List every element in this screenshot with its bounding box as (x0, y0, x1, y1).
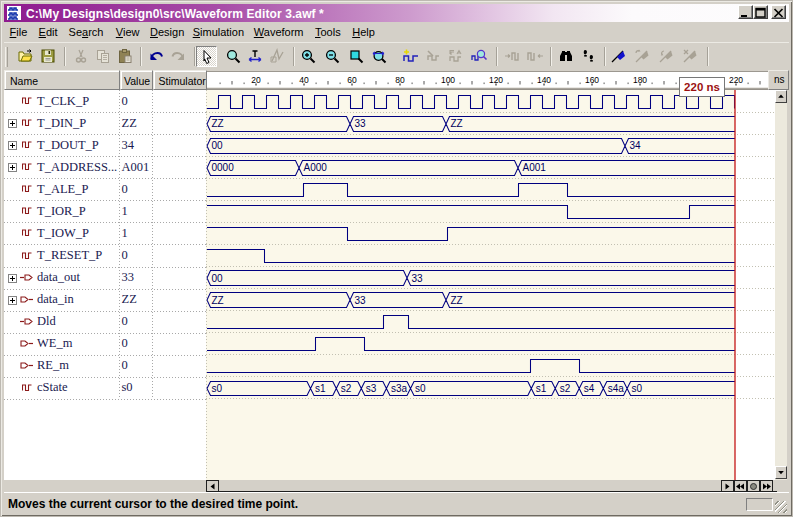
svg-text:ZZ: ZZ (212, 118, 224, 129)
svg-text:60: 60 (347, 75, 357, 85)
svg-text:ZZ: ZZ (451, 295, 463, 306)
svg-text:s1: s1 (315, 383, 326, 394)
svg-text:A000: A000 (304, 162, 328, 173)
svg-text:220: 220 (729, 75, 743, 85)
svg-text:ZZ: ZZ (451, 118, 463, 129)
svg-text:0000: 0000 (212, 162, 235, 173)
svg-text:160: 160 (585, 75, 599, 85)
svg-text:34: 34 (630, 140, 642, 151)
svg-text:s0: s0 (415, 383, 426, 394)
svg-text:A001: A001 (523, 162, 547, 173)
svg-text:s3: s3 (366, 383, 377, 394)
svg-text:s3a: s3a (391, 383, 408, 394)
svg-text:s2: s2 (560, 383, 571, 394)
svg-text:33: 33 (355, 118, 367, 129)
svg-text:80: 80 (395, 75, 405, 85)
svg-text:180: 180 (633, 75, 647, 85)
svg-text:20: 20 (251, 75, 261, 85)
svg-text:ZZ: ZZ (212, 295, 224, 306)
svg-text:s4: s4 (584, 383, 595, 394)
svg-text:33: 33 (412, 273, 424, 284)
svg-text:140: 140 (537, 75, 551, 85)
svg-text:s4a: s4a (608, 383, 625, 394)
svg-text:40: 40 (299, 75, 309, 85)
svg-text:33: 33 (355, 295, 367, 306)
svg-text:s2: s2 (341, 383, 352, 394)
svg-text:00: 00 (212, 273, 224, 284)
svg-text:00: 00 (212, 140, 224, 151)
svg-text:s0: s0 (632, 383, 643, 394)
svg-text:s1: s1 (536, 383, 547, 394)
svg-text:120: 120 (489, 75, 503, 85)
svg-text:100: 100 (441, 75, 455, 85)
svg-text:s0: s0 (212, 383, 223, 394)
